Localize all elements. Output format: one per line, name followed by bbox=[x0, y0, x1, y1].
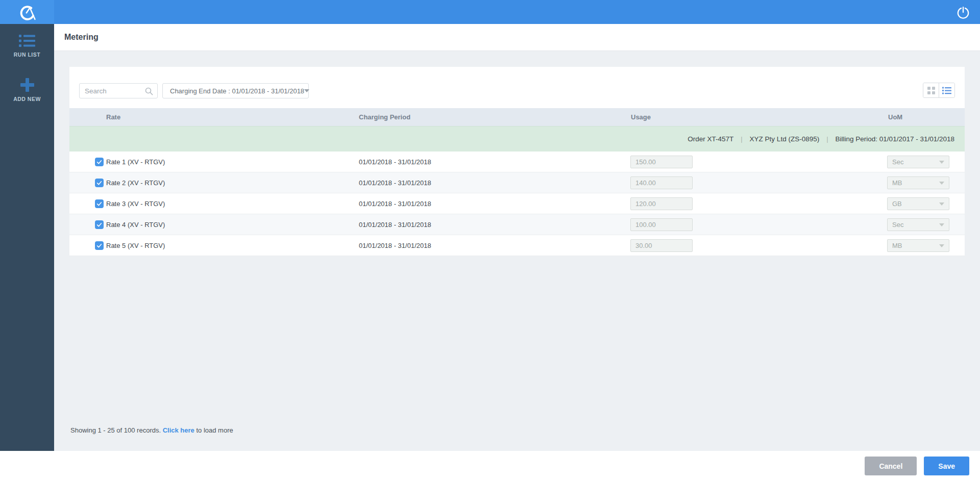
chevron-down-icon bbox=[304, 89, 309, 92]
charging-period-value: 01/01/2018 - 31/01/2018 bbox=[359, 151, 431, 172]
top-bar bbox=[0, 0, 980, 24]
add-new-plus-icon bbox=[20, 78, 34, 92]
power-button[interactable] bbox=[955, 5, 971, 20]
sidebar-item-label: ADD NEW bbox=[13, 96, 41, 102]
grid-view-button[interactable] bbox=[923, 83, 939, 97]
uom-value: MB bbox=[892, 179, 902, 187]
charging-period-value: 01/01/2018 - 31/01/2018 bbox=[359, 214, 431, 235]
check-icon bbox=[96, 243, 102, 248]
check-icon bbox=[96, 160, 102, 164]
column-header-usage: Usage bbox=[631, 108, 651, 126]
content-area: Charging End Date : 01/01/2018 - 31/01/2… bbox=[54, 51, 980, 451]
table-row: Rate 4 (XV - RTGV) 01/01/2018 - 31/01/20… bbox=[69, 214, 965, 235]
run-list-icon bbox=[19, 34, 35, 47]
table-row: Rate 2 (XV - RTGV) 01/01/2018 - 31/01/20… bbox=[69, 172, 965, 193]
chevron-down-icon bbox=[939, 202, 944, 206]
row-checkbox[interactable] bbox=[95, 199, 104, 208]
grid-view-icon bbox=[927, 87, 935, 94]
rate-label: Rate 1 (XV - RTGV) bbox=[106, 151, 165, 172]
rate-label: Rate 4 (XV - RTGV) bbox=[106, 214, 165, 235]
list-view-button[interactable] bbox=[939, 83, 954, 97]
sidebar-item-run-list[interactable]: RUN LIST bbox=[0, 33, 54, 65]
chevron-down-icon bbox=[939, 244, 944, 247]
check-icon bbox=[96, 222, 102, 227]
table-row: Rate 5 (XV - RTGV) 01/01/2018 - 31/01/20… bbox=[69, 235, 965, 256]
separator: | bbox=[741, 135, 742, 143]
page-title: Metering bbox=[64, 33, 99, 42]
billing-period: Billing Period: 01/01/2017 - 31/01/2018 bbox=[836, 135, 954, 143]
charging-period-value: 01/01/2018 - 31/01/2018 bbox=[359, 193, 431, 214]
usage-input[interactable] bbox=[630, 197, 693, 210]
uom-value: Sec bbox=[892, 158, 903, 166]
chevron-down-icon bbox=[939, 223, 944, 226]
chevron-down-icon bbox=[939, 182, 944, 185]
brand-logo[interactable] bbox=[0, 0, 54, 24]
charging-period-value: 01/01/2018 - 31/01/2018 bbox=[359, 172, 431, 193]
search-icon bbox=[145, 87, 153, 95]
power-icon bbox=[956, 5, 970, 19]
action-bar: Cancel Save bbox=[0, 451, 980, 481]
check-icon bbox=[96, 181, 102, 185]
check-icon bbox=[96, 201, 102, 206]
row-checkbox[interactable] bbox=[95, 158, 104, 166]
table-row: Rate 3 (XV - RTGV) 01/01/2018 - 31/01/20… bbox=[69, 193, 965, 214]
usage-input[interactable] bbox=[630, 156, 693, 168]
table-row: Rate 1 (XV - RTGV) 01/01/2018 - 31/01/20… bbox=[69, 151, 965, 172]
metering-table: Rate Charging Period Usage UoM Order XT-… bbox=[69, 108, 965, 256]
usage-input[interactable] bbox=[630, 176, 693, 189]
row-checkbox[interactable] bbox=[95, 220, 104, 229]
uom-select[interactable]: Sec bbox=[887, 156, 949, 168]
records-summary: Showing 1 - 25 of 100 records. Click her… bbox=[70, 426, 233, 434]
records-summary-suffix: to load more bbox=[194, 426, 233, 434]
order-number: Order XT-457T bbox=[688, 135, 733, 143]
save-button[interactable]: Save bbox=[924, 457, 969, 475]
metering-app: RUN LIST ADD NEW Metering Charging bbox=[0, 0, 980, 481]
order-group-row: Order XT-457T | XYZ Pty Ltd (ZS-0895) | … bbox=[69, 126, 965, 151]
column-header-charging-period: Charging Period bbox=[359, 108, 410, 126]
separator: | bbox=[826, 135, 828, 143]
uom-select[interactable]: MB bbox=[887, 239, 949, 252]
column-header-uom: UoM bbox=[888, 108, 902, 126]
column-header-rate: Rate bbox=[106, 108, 120, 126]
sidebar-item-label: RUN LIST bbox=[14, 52, 40, 58]
toolbar: Charging End Date : 01/01/2018 - 31/01/2… bbox=[69, 67, 965, 108]
uom-select[interactable]: Sec bbox=[887, 218, 949, 231]
usage-input[interactable] bbox=[630, 218, 693, 231]
rate-label: Rate 5 (XV - RTGV) bbox=[106, 235, 165, 256]
row-checkbox[interactable] bbox=[95, 241, 104, 250]
sidebar-item-add-new[interactable]: ADD NEW bbox=[0, 77, 54, 109]
dropdown-selected-value: Charging End Date : 01/01/2018 - 31/01/2… bbox=[170, 87, 304, 95]
customer-name: XYZ Pty Ltd (ZS-0895) bbox=[750, 135, 820, 143]
search-input[interactable] bbox=[85, 84, 145, 98]
charging-period-value: 01/01/2018 - 31/01/2018 bbox=[359, 235, 431, 256]
row-checkbox[interactable] bbox=[95, 179, 104, 187]
uom-value: MB bbox=[892, 242, 902, 249]
cancel-button[interactable]: Cancel bbox=[865, 457, 917, 475]
list-view-icon bbox=[942, 87, 951, 94]
title-bar: Metering bbox=[54, 24, 980, 51]
uom-value: Sec bbox=[892, 221, 903, 229]
uom-select[interactable]: MB bbox=[887, 176, 949, 189]
table-header-row: Rate Charging Period Usage UoM bbox=[69, 108, 965, 126]
uom-select[interactable]: GB bbox=[887, 197, 949, 210]
records-summary-text: Showing 1 - 25 of 100 records. bbox=[70, 426, 163, 434]
view-toggle bbox=[923, 83, 955, 98]
rate-label: Rate 3 (XV - RTGV) bbox=[106, 193, 165, 214]
sidebar: RUN LIST ADD NEW bbox=[0, 24, 54, 481]
load-more-link[interactable]: Click here bbox=[163, 426, 194, 434]
chevron-down-icon bbox=[939, 161, 944, 164]
charging-end-date-dropdown[interactable]: Charging End Date : 01/01/2018 - 31/01/2… bbox=[162, 83, 309, 98]
rate-label: Rate 2 (XV - RTGV) bbox=[106, 172, 165, 193]
uom-value: GB bbox=[892, 200, 902, 208]
brand-compass-icon bbox=[17, 3, 37, 22]
usage-input[interactable] bbox=[630, 239, 693, 252]
search-box bbox=[79, 83, 158, 98]
